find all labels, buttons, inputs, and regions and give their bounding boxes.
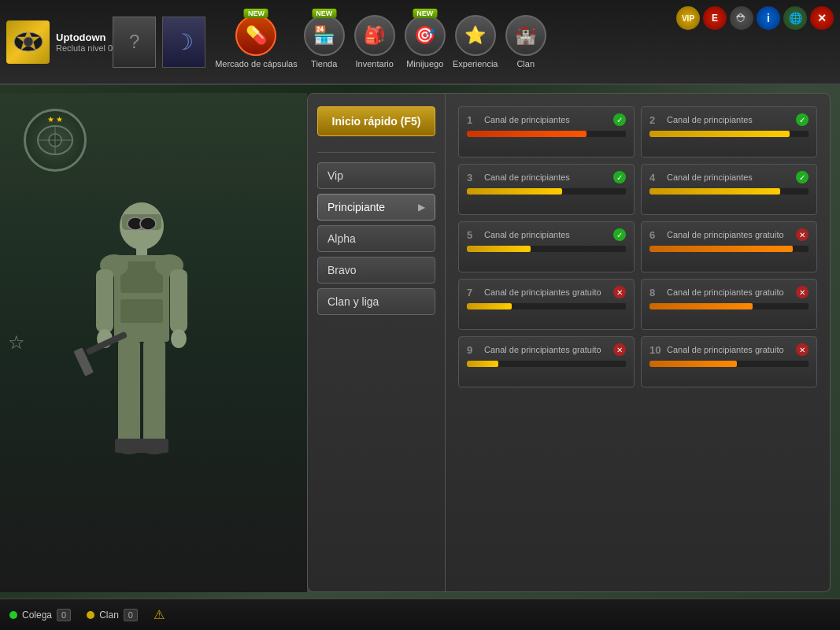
colega-count: 0 bbox=[57, 609, 71, 621]
channel-num-4: 4 bbox=[649, 172, 662, 183]
channel-status-6: ✕ bbox=[796, 228, 809, 241]
channel-name-1: Canal de principiantes bbox=[484, 115, 609, 124]
channel-bar-10 bbox=[649, 361, 737, 367]
svg-rect-17 bbox=[96, 269, 113, 332]
favorite-star-button[interactable]: ☆ bbox=[8, 332, 25, 354]
svg-rect-22 bbox=[143, 340, 165, 443]
nav-clan[interactable]: 🏰 Clan bbox=[502, 15, 550, 69]
panel-right-channels: 1 Canal de principiantes ✓ 2 Canal de pr… bbox=[446, 94, 830, 591]
channel-bar-1 bbox=[467, 131, 587, 137]
channel-name-9: Canal de principiantes gratuito bbox=[484, 345, 609, 354]
user-badge bbox=[6, 20, 50, 64]
channel-card-3[interactable]: 3 Canal de principiantes ✓ bbox=[458, 164, 635, 215]
nav-inventario-icon: 🎒 bbox=[354, 15, 395, 56]
nav-clan-icon: 🏰 bbox=[505, 15, 546, 56]
nav-tienda[interactable]: NEW 🏪 Tienda bbox=[301, 15, 348, 69]
clan-item: Clan 0 bbox=[87, 609, 138, 621]
channel-name-3: Canal de principiantes bbox=[484, 172, 609, 182]
channel-bar-container-4 bbox=[649, 188, 809, 195]
menu-alpha-label: Alpha bbox=[327, 232, 356, 245]
channel-name-4: Canal de principiantes bbox=[667, 172, 791, 182]
channel-bar-container-3 bbox=[467, 188, 626, 195]
channel-status-9: ✕ bbox=[613, 343, 626, 356]
channel-status-4: ✓ bbox=[796, 171, 809, 183]
channel-header-5: 5 Canal de principiantes ✓ bbox=[467, 228, 626, 241]
user-info: Uptodown Recluta nivel 0 bbox=[56, 32, 113, 53]
colega-label: Colega bbox=[22, 610, 52, 621]
energy-icon-button[interactable]: E bbox=[703, 6, 727, 30]
user-rank: Recluta nivel 0 bbox=[56, 43, 113, 53]
vip-icon-button[interactable]: VIP bbox=[676, 6, 700, 30]
nav-tienda-label: Tienda bbox=[311, 59, 337, 69]
quick-start-button[interactable]: Inicio rápido (F5) bbox=[317, 106, 435, 136]
nav-inventario[interactable]: 🎒 Inventario bbox=[351, 15, 398, 69]
menu-item-principiante[interactable]: Principiante ▶ bbox=[317, 194, 435, 220]
channel-name-7: Canal de principiantes gratuito bbox=[484, 287, 609, 297]
moon-icon-button[interactable]: ☽ bbox=[162, 17, 205, 68]
globe-icon-button[interactable]: 🌐 bbox=[783, 6, 807, 30]
warning-icon[interactable]: ⚠ bbox=[154, 607, 165, 622]
colega-dot bbox=[9, 611, 17, 619]
channel-status-2: ✓ bbox=[796, 113, 809, 126]
channel-card-1[interactable]: 1 Canal de principiantes ✓ bbox=[458, 106, 635, 158]
svg-rect-25 bbox=[115, 439, 143, 453]
channel-card-10[interactable]: 10 Canal de principiantes gratuito ✕ bbox=[641, 336, 817, 387]
arrow-icon: ▶ bbox=[418, 202, 425, 213]
menu-item-alpha[interactable]: Alpha bbox=[317, 225, 435, 252]
nav-mercado-label: Mercado de cápsulas bbox=[215, 59, 298, 69]
channel-card-8[interactable]: 8 Canal de principiantes gratuito ✕ bbox=[641, 279, 817, 330]
channel-bar-8 bbox=[649, 303, 753, 309]
channel-num-5: 5 bbox=[467, 229, 479, 241]
nav-minijuego-icon: NEW 🎯 bbox=[405, 15, 446, 56]
channel-status-1: ✓ bbox=[613, 113, 626, 126]
svg-rect-21 bbox=[118, 340, 140, 443]
channel-status-10: ✕ bbox=[796, 343, 809, 356]
channel-card-4[interactable]: 4 Canal de principiantes ✓ bbox=[641, 164, 817, 215]
channel-header-7: 7 Canal de principiantes gratuito ✕ bbox=[467, 286, 626, 298]
channel-bar-4 bbox=[649, 188, 780, 195]
channel-status-7: ✕ bbox=[613, 286, 626, 298]
channel-num-6: 6 bbox=[649, 229, 662, 241]
channel-num-9: 9 bbox=[467, 344, 479, 356]
new-badge-tienda: NEW bbox=[312, 9, 336, 18]
channel-card-7[interactable]: 7 Canal de principiantes gratuito ✕ bbox=[458, 279, 635, 330]
channel-bar-container-5 bbox=[467, 246, 626, 252]
nav-minijuego-label: Minijuego bbox=[406, 59, 443, 69]
clan-dot bbox=[87, 611, 94, 619]
character-image bbox=[47, 151, 236, 592]
close-icon-button[interactable]: ✕ bbox=[810, 6, 834, 30]
helmet-icon-button[interactable]: ⛑ bbox=[730, 6, 753, 30]
channel-header-2: 2 Canal de principiantes ✓ bbox=[649, 113, 809, 126]
nav-experiencia[interactable]: ⭐ Experiencia bbox=[452, 15, 499, 69]
bottom-bar: Colega 0 Clan 0 ⚠ bbox=[0, 598, 840, 630]
channel-header-3: 3 Canal de principiantes ✓ bbox=[467, 171, 626, 183]
nav-mercado-icon: NEW 💊 bbox=[235, 15, 276, 56]
menu-item-vip[interactable]: Vip bbox=[317, 162, 435, 189]
channel-bar-3 bbox=[467, 188, 562, 195]
nav-experiencia-icon: ⭐ bbox=[455, 15, 496, 56]
channel-card-5[interactable]: 5 Canal de principiantes ✓ bbox=[458, 221, 635, 272]
channel-card-6[interactable]: 6 Canal de principiantes gratuito ✕ bbox=[641, 221, 817, 272]
channel-card-2[interactable]: 2 Canal de principiantes ✓ bbox=[641, 106, 817, 158]
player-avatar: ? bbox=[113, 17, 156, 68]
channel-card-9[interactable]: 9 Canal de principiantes gratuito ✕ bbox=[458, 336, 635, 387]
channel-bar-5 bbox=[467, 246, 531, 252]
menu-item-clan-liga[interactable]: Clan y liga bbox=[317, 288, 435, 315]
menu-item-bravo[interactable]: Bravo bbox=[317, 257, 435, 284]
svg-rect-14 bbox=[120, 299, 163, 323]
channel-status-5: ✓ bbox=[613, 228, 626, 241]
channel-num-8: 8 bbox=[649, 287, 662, 298]
soldier-svg bbox=[63, 183, 220, 592]
channel-num-1: 1 bbox=[467, 114, 479, 126]
divider-1 bbox=[317, 152, 435, 153]
character-area: ★ ★ ☆ bbox=[0, 93, 307, 592]
channel-name-10: Canal de principiantes gratuito bbox=[667, 345, 791, 354]
nav-mercado[interactable]: NEW 💊 Mercado de cápsulas bbox=[215, 15, 298, 69]
info-icon-button[interactable]: i bbox=[757, 6, 780, 30]
top-right-icons: VIP E ⛑ i 🌐 ✕ bbox=[676, 6, 834, 30]
nav-inventario-label: Inventario bbox=[356, 59, 394, 69]
channel-num-3: 3 bbox=[467, 172, 479, 183]
new-badge-mercado: NEW bbox=[244, 9, 268, 18]
nav-minijuego[interactable]: NEW 🎯 Minijuego bbox=[401, 15, 449, 69]
main-panel: Inicio rápido (F5) Vip Principiante ▶ Al… bbox=[307, 93, 831, 592]
